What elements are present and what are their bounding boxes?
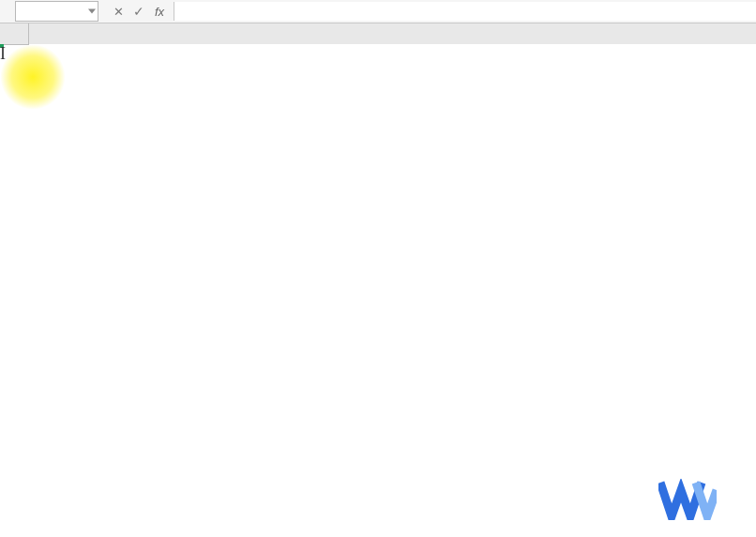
formula-input[interactable] [174, 2, 756, 21]
fx-icon[interactable]: fx [149, 2, 170, 21]
column-headers [0, 23, 756, 44]
text-cursor-icon: I [0, 44, 6, 64]
watermark [658, 479, 728, 520]
formula-bar: ✕ ✓ fx [0, 0, 756, 23]
accept-icon[interactable]: ✓ [129, 2, 149, 21]
spreadsheet-grid[interactable] [0, 23, 756, 44]
cursor-highlight [0, 44, 66, 110]
chevron-down-icon[interactable] [88, 9, 96, 14]
select-all-corner[interactable] [0, 23, 29, 45]
cancel-icon[interactable]: ✕ [108, 2, 129, 21]
name-box[interactable] [15, 1, 98, 22]
wps-logo-icon [658, 479, 717, 520]
